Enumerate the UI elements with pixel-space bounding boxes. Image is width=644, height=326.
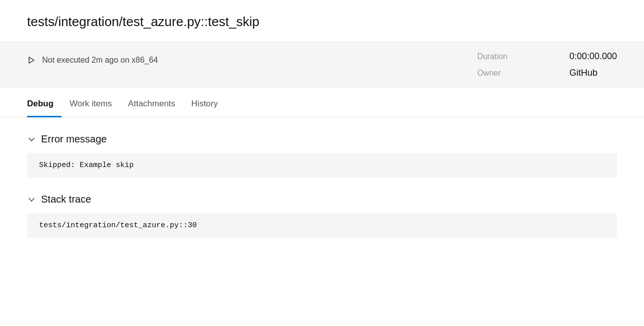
not-executed-icon (27, 55, 37, 65)
stack-trace-title: Stack trace (41, 194, 91, 205)
status-text: Not executed 2m ago on x86_64 (42, 56, 158, 65)
stack-trace-content: tests/integration/test_azure.py::30 (27, 213, 617, 238)
page-title: tests/integration/test_azure.py::test_sk… (0, 0, 644, 42)
tab-work-items[interactable]: Work items (62, 90, 120, 117)
stack-trace-header[interactable]: Stack trace (27, 190, 617, 209)
stack-trace-section: Stack trace tests/integration/test_azure… (27, 190, 617, 238)
error-message-section: Error message Skipped: Example skip (27, 129, 617, 178)
meta-details: Duration 0:00:00.000 Owner GitHub (477, 51, 617, 78)
tab-debug[interactable]: Debug (27, 90, 62, 117)
tab-attachments[interactable]: Attachments (120, 90, 184, 117)
content-area: Error message Skipped: Example skip Stac… (0, 129, 644, 238)
tab-history[interactable]: History (183, 90, 226, 117)
meta-bar: Not executed 2m ago on x86_64 Duration 0… (0, 42, 644, 88)
error-message-title: Error message (41, 133, 107, 145)
status-info: Not executed 2m ago on x86_64 (27, 51, 158, 65)
tabs-bar: Debug Work items Attachments History (0, 90, 644, 117)
chevron-down-icon-2 (27, 195, 36, 204)
owner-value: GitHub (569, 68, 617, 78)
chevron-down-icon (27, 135, 36, 144)
duration-label: Duration (477, 51, 557, 62)
owner-label: Owner (477, 68, 557, 78)
error-message-header[interactable]: Error message (27, 129, 617, 149)
error-message-content: Skipped: Example skip (27, 153, 617, 178)
duration-value: 0:00:00.000 (569, 51, 617, 62)
